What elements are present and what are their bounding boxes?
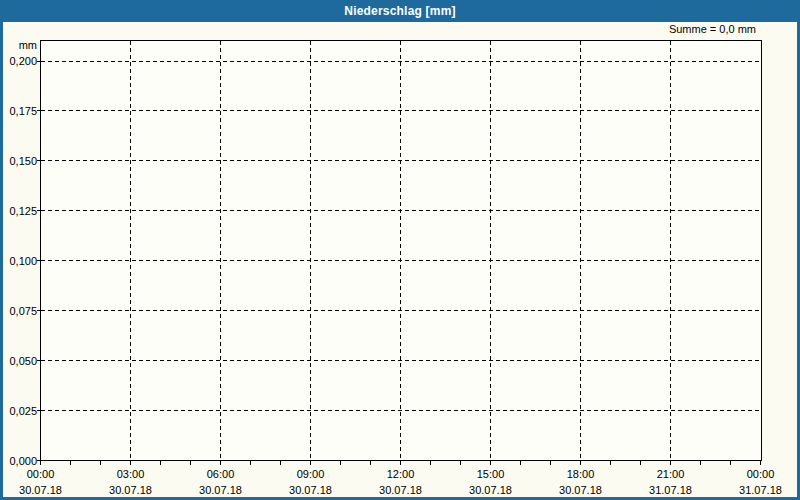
y-axis-unit: mm [19,39,37,51]
x-tick-time-label: 00:00 [27,468,55,480]
x-tick-time-label: 18:00 [567,468,595,480]
x-tick-time-label: 06:00 [207,468,235,480]
y-tick-label: 0,025 [9,405,37,417]
y-tick-label: 0,150 [9,155,37,167]
sum-annotation: Summe = 0,0 mm [669,23,756,35]
chart-window: Niederschlag [mm] Summe = 0,0 mm 0,0000,… [0,0,800,500]
y-axis-labels: 0,0000,0250,0500,0750,1000,1250,1500,175… [9,55,40,467]
y-axis-unit-label: mm [19,39,37,51]
y-tick-label: 0,050 [9,355,37,367]
precipitation-chart-plot: 0,0000,0250,0500,0750,1000,1250,1500,175… [0,0,800,500]
x-axis-labels: 00:0030.07.1803:0030.07.1806:0030.07.180… [19,468,782,496]
x-tick-time-label: 09:00 [297,468,325,480]
x-tick-date-label: 30.07.18 [19,484,62,496]
x-tick-date-label: 31.07.18 [649,484,692,496]
y-tick-label: 0,175 [9,105,37,117]
x-tick-date-label: 30.07.18 [379,484,422,496]
x-tick-time-label: 00:00 [747,468,775,480]
y-tick-label: 0,075 [9,305,37,317]
x-tick-date-label: 30.07.18 [469,484,512,496]
y-tick-label: 0,125 [9,205,37,217]
x-tick-time-label: 15:00 [477,468,505,480]
x-tick-time-label: 03:00 [117,468,145,480]
x-tick-date-label: 30.07.18 [289,484,332,496]
y-tick-label: 0,100 [9,255,37,267]
y-tick-label: 0,200 [9,55,37,67]
x-tick-time-label: 12:00 [387,468,415,480]
x-tick-date-label: 30.07.18 [109,484,152,496]
x-axis-minor-ticks [41,461,761,465]
x-tick-date-label: 30.07.18 [559,484,602,496]
x-tick-date-label: 30.07.18 [199,484,242,496]
y-tick-label: 0,000 [9,455,37,467]
x-tick-date-label: 31.07.18 [739,484,782,496]
x-tick-time-label: 21:00 [657,468,685,480]
